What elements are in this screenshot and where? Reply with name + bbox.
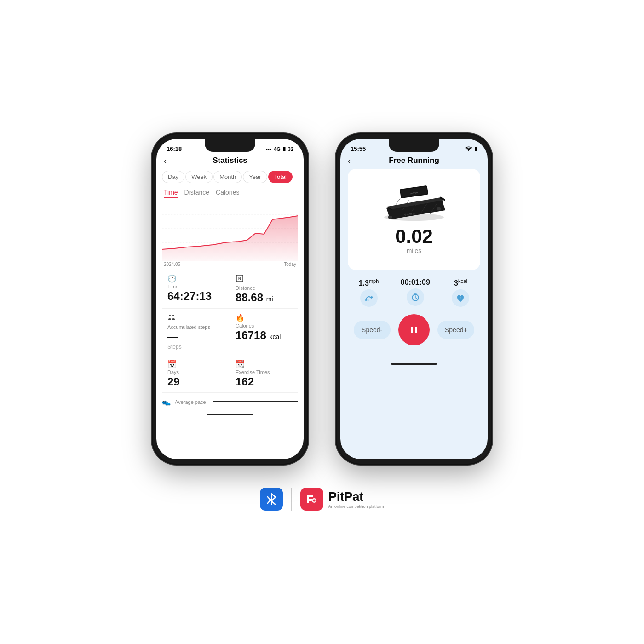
distance-icon: N xyxy=(236,274,293,284)
page-container: 16:18 ▪▪▪ 4G ▮ 32 ‹ Statistics Day xyxy=(0,0,644,644)
left-back-btn[interactable]: ‹ xyxy=(164,155,167,166)
svg-rect-23 xyxy=(437,207,441,210)
stat-time: 🕐 Time 64:27:13 xyxy=(162,270,230,309)
chart-start-label: 2024.05 xyxy=(164,262,180,267)
metric-tab-calories[interactable]: Calories xyxy=(216,189,239,198)
right-home-indicator xyxy=(391,363,437,365)
clock-icon: 🕐 xyxy=(167,274,224,283)
right-header: ‹ Free Running xyxy=(340,154,488,169)
svg-point-5 xyxy=(169,315,171,316)
right-screen: 15:55 ▮ ‹ Free Running xyxy=(340,139,488,459)
svg-rect-32 xyxy=(307,499,312,501)
stat-distance: N Distance 88.68 mi xyxy=(230,270,298,309)
tab-total[interactable]: Total xyxy=(268,171,293,183)
stat-exercise: 📆 Exercise Times 162 xyxy=(230,355,298,393)
tab-week[interactable]: Week xyxy=(185,171,213,183)
pace-line xyxy=(213,401,298,402)
left-notch xyxy=(205,139,255,152)
metric-time: 00:01:09 xyxy=(401,278,430,307)
tab-day[interactable]: Day xyxy=(162,171,184,183)
chart-end-label: Today xyxy=(284,262,296,267)
steps-value: — xyxy=(167,331,224,343)
calories-icon: 🔥 xyxy=(236,313,293,322)
pitpat-name: PitPat xyxy=(328,489,384,504)
tab-month[interactable]: Month xyxy=(213,171,242,183)
left-home-indicator xyxy=(207,414,253,415)
phone-right: 15:55 ▮ ‹ Free Running xyxy=(336,133,492,465)
stat-days: 📅 Days 29 xyxy=(162,355,230,393)
right-status-icons: ▮ xyxy=(465,146,477,152)
tab-row: Day Week Month Year Total xyxy=(156,169,304,187)
chart-area xyxy=(156,201,304,261)
controls-row: Speed- Speed+ xyxy=(340,309,488,351)
right-back-btn[interactable]: ‹ xyxy=(348,155,351,166)
days-icon: 📅 xyxy=(167,360,224,368)
right-title: Free Running xyxy=(389,156,439,165)
svg-point-6 xyxy=(172,315,174,316)
svg-text:N: N xyxy=(238,276,241,281)
speed-value: 1.3mph xyxy=(359,278,379,288)
chart-labels: 2024.05 Today xyxy=(156,261,304,270)
stat-steps: Accumulated steps — Steps xyxy=(162,309,230,355)
brand-divider xyxy=(291,488,292,511)
time-icon-circle xyxy=(407,288,424,306)
svg-rect-29 xyxy=(415,327,417,333)
svg-rect-31 xyxy=(307,495,313,497)
distance-value: 88.68 mi xyxy=(236,292,293,304)
left-title: Statistics xyxy=(213,156,247,165)
treadmill-image: deerjun ⊙ deerjun xyxy=(377,173,451,224)
tab-year[interactable]: Year xyxy=(243,171,267,183)
time-display: 00:01:09 xyxy=(401,278,430,287)
bottom-pace: 👟 Average pace xyxy=(156,393,304,411)
pitpat-subtitle: An online competition platform xyxy=(328,504,384,509)
signal-icon: ▪▪▪ xyxy=(266,146,271,152)
time-value: 64:27:13 xyxy=(167,290,224,302)
battery-icon: ▮ xyxy=(283,146,286,152)
wifi-icon xyxy=(465,146,472,152)
svg-rect-28 xyxy=(411,327,413,333)
shoe-icon: 👟 xyxy=(162,397,171,406)
kcal-value: 3kcal xyxy=(454,278,467,288)
treadmill-card: deerjun ⊙ deerjun 0.02 miles xyxy=(348,169,480,270)
right-time: 15:55 xyxy=(351,145,366,152)
pitpat-icon xyxy=(300,488,323,511)
kcal-icon-circle xyxy=(452,289,469,307)
exercise-value: 162 xyxy=(236,376,293,388)
speed-minus-btn[interactable]: Speed- xyxy=(354,321,391,339)
left-header: ‹ Statistics xyxy=(156,154,304,169)
speed-plus-btn[interactable]: Speed+ xyxy=(437,321,474,339)
metrics-row: 1.3mph 00:01:09 xyxy=(340,275,488,309)
right-battery-icon: ▮ xyxy=(475,146,477,152)
metric-tab-time[interactable]: Time xyxy=(164,189,178,198)
steps-icon xyxy=(167,313,224,323)
bluetooth-icon xyxy=(260,488,283,511)
pause-btn[interactable] xyxy=(398,314,430,345)
battery-pct: 32 xyxy=(288,146,293,152)
pitpat-text-block: PitPat An online competition platform xyxy=(328,489,384,509)
svg-point-7 xyxy=(168,318,171,320)
branding-row: PitPat An online competition platform xyxy=(260,488,384,511)
left-status-icons: ▪▪▪ 4G ▮ 32 xyxy=(266,146,293,152)
pace-label: Average pace xyxy=(175,399,206,405)
left-time: 16:18 xyxy=(167,145,182,152)
phone-left: 16:18 ▪▪▪ 4G ▮ 32 ‹ Statistics Day xyxy=(152,133,308,465)
metric-kcal: 3kcal xyxy=(452,278,469,307)
svg-point-8 xyxy=(172,318,175,320)
svg-rect-22 xyxy=(388,216,392,218)
stat-calories: 🔥 Calories 16718 kcal xyxy=(230,309,298,355)
pitpat-logo: PitPat An online competition platform xyxy=(300,488,384,511)
svg-point-34 xyxy=(313,500,316,502)
stats-grid: 🕐 Time 64:27:13 N Distance 88 xyxy=(156,270,304,393)
metric-tabs: Time Distance Calories xyxy=(156,187,304,201)
distance-display: 0.02 xyxy=(395,227,433,246)
svg-point-26 xyxy=(371,296,373,298)
metric-speed: 1.3mph xyxy=(359,278,379,307)
metric-tab-distance[interactable]: Distance xyxy=(184,189,209,198)
exercise-icon: 📆 xyxy=(236,360,293,368)
phones-row: 16:18 ▪▪▪ 4G ▮ 32 ‹ Statistics Day xyxy=(152,133,492,465)
distance-unit: miles xyxy=(407,247,422,254)
speed-icon-circle xyxy=(360,289,378,307)
days-value: 29 xyxy=(167,376,224,388)
right-notch xyxy=(389,139,439,152)
calories-value: 16718 kcal xyxy=(236,329,293,341)
